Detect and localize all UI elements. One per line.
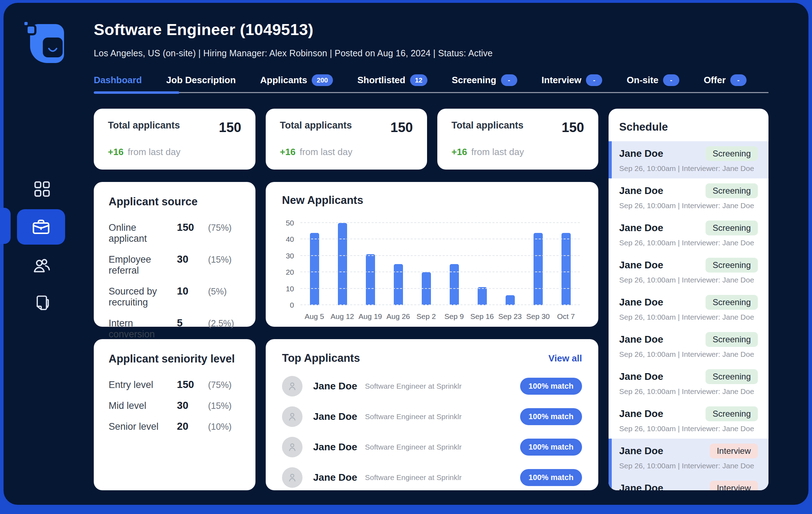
schedule-item-row: Jane DoeInterview: [619, 481, 758, 490]
x-axis-label: Oct 7: [552, 312, 580, 321]
metric-row-online-applicant: Online applicant150(75%): [109, 222, 241, 244]
sidebar-item-dashboard[interactable]: [33, 179, 52, 199]
tab-shortlisted[interactable]: Shortlisted12: [357, 74, 427, 86]
bar-slot: [300, 223, 328, 305]
tab-on-site[interactable]: On-site-: [627, 74, 679, 86]
schedule-item-row: Jane DoeScreening: [619, 295, 758, 310]
schedule-item[interactable]: Jane DoeScreeningSep 26, 10:00am | Inter…: [609, 178, 768, 216]
schedule-panel: Schedule Jane DoeScreeningSep 26, 10:00a…: [609, 109, 768, 490]
stat-card-header: Total applicants 150: [280, 120, 413, 135]
app-window: Software Engineer (1049513) Los Angeles,…: [4, 3, 808, 505]
chart-bar-aug-19: [366, 254, 375, 305]
metric-label: Sourced by recruiting: [109, 286, 177, 308]
tab-interview[interactable]: Interview-: [542, 74, 603, 86]
tab-screening[interactable]: Screening-: [452, 74, 517, 86]
metric-label: Mid level: [109, 400, 177, 411]
schedule-item[interactable]: Jane DoeScreeningSep 26, 10:00am | Inter…: [609, 364, 768, 401]
top-applicants-header: Top Applicants View all: [282, 352, 582, 365]
sidebar: [4, 3, 87, 505]
y-axis-tick: 20: [286, 268, 294, 276]
x-axis-label: Aug 5: [300, 312, 328, 321]
metric-row-entry-level: Entry level150(75%): [109, 379, 241, 390]
gridline: [300, 222, 580, 223]
schedule-item[interactable]: Jane DoeInterviewSep 26, 10:00am | Inter…: [609, 439, 768, 476]
x-axis-labels: Aug 5Aug 12Aug 19Aug 26Sep 2Sep 9Sep 16S…: [300, 312, 580, 321]
schedule-item[interactable]: Jane DoeScreeningSep 26, 10:00am | Inter…: [609, 141, 768, 178]
metric-label: Entry level: [109, 379, 177, 390]
x-axis-label: Aug 19: [356, 312, 384, 321]
sidebar-item-documents[interactable]: [33, 293, 52, 314]
chart-title: New Applicants: [282, 194, 582, 207]
tab-label: Offer: [704, 75, 726, 86]
y-axis-tick: 30: [286, 252, 294, 260]
metric-row-senior-level: Senior level20(10%): [109, 421, 241, 432]
schedule-candidate-name: Jane Doe: [619, 334, 663, 345]
schedule-detail: Sep 26, 10:00am | Interviewer: Jane Doe: [619, 239, 758, 247]
schedule-item[interactable]: Jane DoeScreeningSep 26, 10:00am | Inter…: [609, 253, 768, 290]
person-icon: [286, 410, 299, 423]
stage-badge: Screening: [706, 258, 758, 273]
chart-bar-sep-23: [506, 295, 515, 305]
stat-card-title: Total applicants: [451, 120, 524, 131]
schedule-item[interactable]: Jane DoeScreeningSep 26, 10:00am | Inter…: [609, 401, 768, 439]
tab-offer[interactable]: Offer-: [704, 74, 747, 86]
view-all-link[interactable]: View all: [548, 353, 582, 364]
seniority-title: Applicant seniority level: [109, 353, 241, 365]
schedule-item-row: Jane DoeScreening: [619, 406, 758, 421]
schedule-candidate-name: Jane Doe: [619, 259, 663, 271]
top-applicant-row[interactable]: Jane DoeSoftware Engineer at Sprinklr100…: [282, 401, 582, 432]
tab-label: Dashboard: [94, 75, 142, 86]
schedule-detail: Sep 26, 10:00am | Interviewer: Jane Doe: [619, 350, 758, 359]
schedule-item[interactable]: Jane DoeScreeningSep 26, 10:00am | Inter…: [609, 290, 768, 327]
gridline: [300, 304, 580, 305]
match-badge: 100% match: [520, 378, 582, 395]
top-applicant-row[interactable]: Jane DoeSoftware Engineer at Sprinklr100…: [282, 462, 582, 493]
top-applicant-row[interactable]: Jane DoeSoftware Engineer at Sprinklr100…: [282, 371, 582, 401]
applicant-role: Software Engineer at Sprinklr: [365, 412, 462, 421]
top-applicant-row[interactable]: Jane DoeSoftware Engineer at Sprinklr100…: [282, 432, 582, 462]
x-axis-label: Sep 23: [496, 312, 524, 321]
schedule-detail: Sep 26, 10:00am | Interviewer: Jane Doe: [619, 462, 758, 470]
bar-slot: [356, 223, 384, 305]
sidebar-item-candidates[interactable]: [32, 256, 52, 275]
schedule-item[interactable]: Jane DoeInterviewSep 26, 10:00am | Inter…: [609, 476, 768, 490]
chart-bar-aug-5: [310, 233, 319, 305]
applicant-role: Software Engineer at Sprinklr: [365, 473, 462, 482]
delta-value: +16: [280, 147, 295, 157]
logo-mark: [30, 24, 64, 63]
sidebar-item-jobs[interactable]: [17, 209, 65, 245]
schedule-item[interactable]: Jane DoeScreeningSep 26, 10:00am | Inter…: [609, 327, 768, 364]
metric-value: 5: [177, 317, 208, 329]
chart-bar-oct-7: [562, 233, 571, 305]
delta-value: +16: [451, 147, 467, 157]
y-axis-tick: 10: [286, 285, 294, 293]
y-axis-tick: 0: [290, 301, 294, 309]
schedule-item-row: Jane DoeScreening: [619, 183, 758, 198]
tab-badge: -: [501, 74, 517, 86]
match-badge: 100% match: [520, 439, 582, 456]
schedule-item-row: Jane DoeScreening: [619, 369, 758, 384]
gridline: [300, 272, 580, 272]
stage-badge: Screening: [706, 221, 758, 235]
metric-value: 20: [177, 421, 208, 432]
metric-label: Employee referral: [109, 254, 177, 276]
tab-badge: 200: [312, 74, 333, 86]
stat-card-delta: +16from last day: [108, 147, 241, 158]
schedule-detail: Sep 26, 10:00am | Interviewer: Jane Doe: [619, 164, 758, 173]
avatar: [282, 406, 303, 427]
metric-percent: (15%): [208, 255, 241, 265]
applicant-name: Jane Doe: [313, 411, 357, 422]
schedule-item[interactable]: Jane DoeScreeningSep 26, 10:00am | Inter…: [609, 216, 768, 253]
applicant-role: Software Engineer at Sprinklr: [365, 382, 462, 390]
applicant-name: Jane Doe: [313, 441, 357, 453]
document-pen-icon: [33, 293, 52, 314]
metric-percent: (2.5%): [208, 318, 241, 329]
person-icon: [286, 441, 299, 453]
app-logo: [24, 21, 67, 65]
tab-dashboard[interactable]: Dashboard: [94, 74, 142, 86]
tab-applicants[interactable]: Applicants200: [260, 74, 333, 86]
avatar: [282, 467, 303, 488]
metric-percent: (75%): [208, 223, 241, 233]
schedule-item-row: Jane DoeScreening: [619, 258, 758, 273]
tab-job-description[interactable]: Job Description: [166, 74, 236, 86]
